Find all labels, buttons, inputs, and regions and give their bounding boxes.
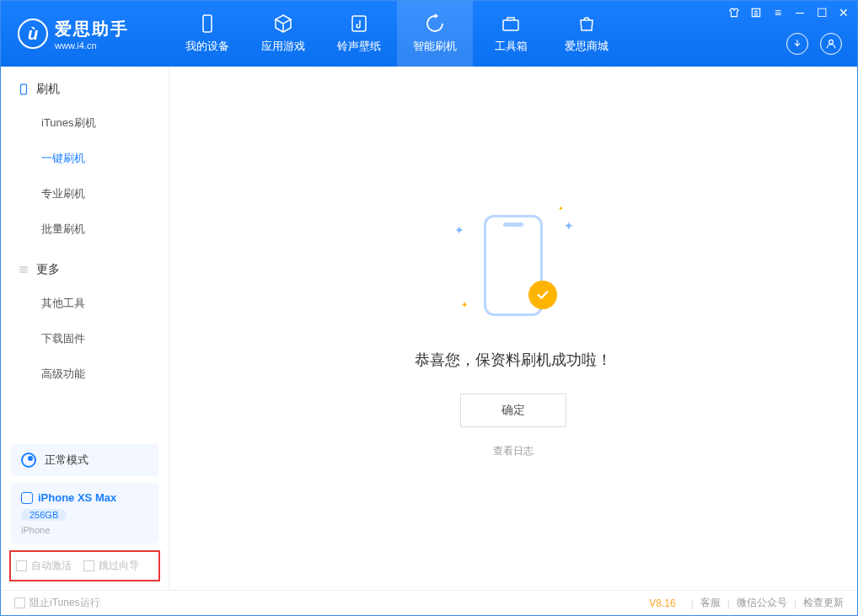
window-controls: ≡ ─ ☐ ✕ (726, 4, 852, 21)
tab-label: 应用游戏 (261, 39, 305, 54)
tab-smart-flash[interactable]: 智能刷机 (397, 1, 473, 67)
check-badge-icon (528, 281, 557, 309)
toolbox-icon (501, 13, 521, 34)
sidebar-section-flash: 刷机 (1, 82, 169, 105)
sidebar-item-pro-flash[interactable]: 专业刷机 (1, 176, 169, 212)
checkbox-label: 自动激活 (31, 559, 72, 573)
sparkle-icon: ✦ (564, 219, 574, 233)
logo-icon: ù (18, 19, 48, 49)
app-subtitle: www.i4.cn (55, 40, 129, 51)
tab-shop[interactable]: 爱思商城 (549, 1, 625, 67)
shop-icon (576, 13, 597, 34)
checkbox-icon (16, 560, 27, 571)
footer-link-support[interactable]: 客服 (700, 596, 721, 610)
sidebar-section-more: 更多 (1, 262, 169, 286)
svg-rect-8 (21, 84, 27, 94)
checkbox-skip-guide[interactable]: 跳过向导 (83, 559, 139, 573)
tab-toolbox[interactable]: 工具箱 (473, 1, 549, 67)
sidebar-item-download-firmware[interactable]: 下载固件 (1, 321, 169, 356)
view-log-link[interactable]: 查看日志 (493, 444, 534, 458)
checkbox-label: 阻止iTunes运行 (29, 596, 100, 610)
tab-label: 我的设备 (185, 39, 229, 54)
device-icon (197, 13, 217, 34)
main-content: ✦ ✦ ✦ ✦ 恭喜您，保资料刷机成功啦！ 确定 查看日志 (169, 67, 857, 590)
tab-my-device[interactable]: 我的设备 (169, 1, 245, 67)
sidebar: 刷机 iTunes刷机 一键刷机 专业刷机 批量刷机 更多 其他工具 下载固件 … (1, 67, 169, 590)
mode-icon (21, 453, 36, 468)
download-icon[interactable] (786, 33, 808, 55)
ok-button[interactable]: 确定 (460, 394, 566, 427)
version-label: V8.16 (649, 597, 675, 609)
sparkle-icon: ✦ (558, 205, 564, 212)
tab-label: 智能刷机 (413, 39, 457, 54)
tab-label: 工具箱 (495, 39, 528, 54)
device-card[interactable]: iPhone XS Max 256GB iPhone (11, 483, 158, 544)
app-title: 爱思助手 (55, 18, 129, 40)
footer: 阻止iTunes运行 V8.16 | 客服 | 微信公众号 | 检查更新 (1, 590, 857, 615)
separator: | (794, 597, 796, 609)
checkbox-label: 跳过向导 (99, 559, 139, 573)
section-title: 更多 (36, 262, 60, 277)
cube-icon (273, 13, 293, 34)
maximize-button[interactable]: ☐ (813, 4, 830, 21)
sidebar-item-other-tools[interactable]: 其他工具 (1, 286, 169, 321)
svg-point-7 (829, 40, 834, 44)
sidebar-item-batch-flash[interactable]: 批量刷机 (1, 212, 169, 247)
checkbox-icon (14, 597, 25, 608)
phone-icon (18, 83, 29, 95)
success-message: 恭喜您，保资料刷机成功啦！ (415, 350, 612, 370)
sidebar-item-onekey-flash[interactable]: 一键刷机 (1, 141, 169, 176)
device-type: iPhone (21, 525, 148, 535)
user-icon[interactable] (820, 33, 842, 55)
separator: | (691, 597, 694, 609)
tab-label: 爱思商城 (565, 39, 609, 54)
options-highlight-box: 自动激活 跳过向导 (9, 550, 160, 581)
list-icon[interactable] (748, 4, 764, 21)
tab-apps-games[interactable]: 应用游戏 (245, 1, 321, 67)
footer-link-wechat[interactable]: 微信公众号 (737, 596, 787, 610)
footer-link-update[interactable]: 检查更新 (803, 596, 844, 610)
app-header: ù 爱思助手 www.i4.cn 我的设备 应用游戏 铃声壁纸 智能刷机 工具箱 (1, 1, 857, 67)
svg-rect-1 (352, 16, 366, 31)
menu-icon[interactable]: ≡ (770, 4, 786, 21)
logo-area: ù 爱思助手 www.i4.cn (1, 18, 169, 51)
mode-card[interactable]: 正常模式 (11, 444, 158, 476)
nav-tabs: 我的设备 应用游戏 铃声壁纸 智能刷机 工具箱 爱思商城 (169, 1, 625, 67)
section-title: 刷机 (36, 82, 60, 97)
checkbox-icon (83, 560, 94, 571)
refresh-icon (425, 13, 445, 34)
sparkle-icon: ✦ (454, 223, 464, 237)
close-button[interactable]: ✕ (835, 4, 852, 21)
sidebar-item-itunes-flash[interactable]: iTunes刷机 (1, 105, 169, 141)
mode-label: 正常模式 (45, 453, 88, 468)
svg-rect-2 (503, 20, 518, 30)
sidebar-item-advanced[interactable]: 高级功能 (1, 356, 169, 392)
separator: | (727, 597, 730, 609)
device-capacity: 256GB (21, 509, 67, 521)
menu-lines-icon (18, 264, 29, 276)
shirt-icon[interactable] (726, 4, 743, 21)
tab-label: 铃声壁纸 (337, 39, 381, 54)
device-name: iPhone XS Max (38, 491, 116, 504)
sparkle-icon: ✦ (461, 300, 468, 309)
minimize-button[interactable]: ─ (791, 4, 808, 21)
checkbox-auto-activate[interactable]: 自动激活 (16, 559, 72, 573)
tab-ringtone-wallpaper[interactable]: 铃声壁纸 (321, 1, 397, 67)
device-small-icon (21, 492, 33, 504)
svg-rect-0 (203, 15, 212, 32)
success-illustration: ✦ ✦ ✦ ✦ (446, 198, 581, 333)
checkbox-block-itunes[interactable]: 阻止iTunes运行 (14, 596, 100, 610)
music-icon (349, 13, 369, 34)
